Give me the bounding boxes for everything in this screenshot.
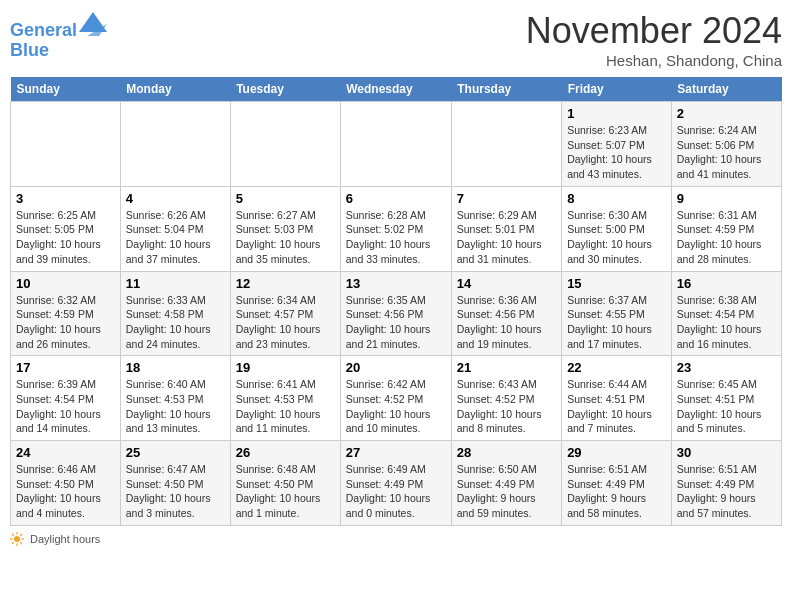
calendar-day-cell: 25Sunrise: 6:47 AM Sunset: 4:50 PM Dayli… (120, 441, 230, 526)
day-info: Sunrise: 6:34 AM Sunset: 4:57 PM Dayligh… (236, 293, 335, 352)
calendar-day-cell: 3Sunrise: 6:25 AM Sunset: 5:05 PM Daylig… (11, 186, 121, 271)
day-info: Sunrise: 6:49 AM Sunset: 4:49 PM Dayligh… (346, 462, 446, 521)
day-number: 15 (567, 276, 666, 291)
day-info: Sunrise: 6:33 AM Sunset: 4:58 PM Dayligh… (126, 293, 225, 352)
calendar-day-cell: 23Sunrise: 6:45 AM Sunset: 4:51 PM Dayli… (671, 356, 781, 441)
day-info: Sunrise: 6:47 AM Sunset: 4:50 PM Dayligh… (126, 462, 225, 521)
day-number: 13 (346, 276, 446, 291)
day-info: Sunrise: 6:48 AM Sunset: 4:50 PM Dayligh… (236, 462, 335, 521)
day-info: Sunrise: 6:30 AM Sunset: 5:00 PM Dayligh… (567, 208, 666, 267)
calendar-day-cell: 8Sunrise: 6:30 AM Sunset: 5:00 PM Daylig… (562, 186, 672, 271)
svg-line-10 (12, 542, 14, 544)
calendar-day-cell: 4Sunrise: 6:26 AM Sunset: 5:04 PM Daylig… (120, 186, 230, 271)
day-number: 21 (457, 360, 556, 375)
header: General Blue November 2024 Heshan, Shand… (10, 10, 782, 69)
day-number: 28 (457, 445, 556, 460)
calendar-week-row: 10Sunrise: 6:32 AM Sunset: 4:59 PM Dayli… (11, 271, 782, 356)
calendar-day-header: Friday (562, 77, 672, 102)
calendar-day-cell: 11Sunrise: 6:33 AM Sunset: 4:58 PM Dayli… (120, 271, 230, 356)
title-area: November 2024 Heshan, Shandong, China (526, 10, 782, 69)
calendar-day-header: Wednesday (340, 77, 451, 102)
calendar-day-cell: 26Sunrise: 6:48 AM Sunset: 4:50 PM Dayli… (230, 441, 340, 526)
calendar-day-header: Sunday (11, 77, 121, 102)
calendar-day-cell: 5Sunrise: 6:27 AM Sunset: 5:03 PM Daylig… (230, 186, 340, 271)
day-number: 6 (346, 191, 446, 206)
calendar-day-cell: 7Sunrise: 6:29 AM Sunset: 5:01 PM Daylig… (451, 186, 561, 271)
day-info: Sunrise: 6:46 AM Sunset: 4:50 PM Dayligh… (16, 462, 115, 521)
day-info: Sunrise: 6:26 AM Sunset: 5:04 PM Dayligh… (126, 208, 225, 267)
calendar-day-cell (451, 102, 561, 187)
calendar-day-cell: 22Sunrise: 6:44 AM Sunset: 4:51 PM Dayli… (562, 356, 672, 441)
calendar-day-cell (120, 102, 230, 187)
calendar-header-row: SundayMondayTuesdayWednesdayThursdayFrid… (11, 77, 782, 102)
calendar-day-cell: 29Sunrise: 6:51 AM Sunset: 4:49 PM Dayli… (562, 441, 672, 526)
day-number: 29 (567, 445, 666, 460)
day-number: 3 (16, 191, 115, 206)
calendar-day-cell: 1Sunrise: 6:23 AM Sunset: 5:07 PM Daylig… (562, 102, 672, 187)
day-number: 10 (16, 276, 115, 291)
day-info: Sunrise: 6:40 AM Sunset: 4:53 PM Dayligh… (126, 377, 225, 436)
day-info: Sunrise: 6:24 AM Sunset: 5:06 PM Dayligh… (677, 123, 776, 182)
svg-point-2 (14, 536, 20, 542)
svg-line-9 (20, 534, 22, 536)
day-number: 17 (16, 360, 115, 375)
calendar-day-cell (340, 102, 451, 187)
calendar-day-header: Tuesday (230, 77, 340, 102)
svg-line-8 (20, 542, 22, 544)
day-info: Sunrise: 6:36 AM Sunset: 4:56 PM Dayligh… (457, 293, 556, 352)
day-number: 18 (126, 360, 225, 375)
day-number: 14 (457, 276, 556, 291)
day-number: 22 (567, 360, 666, 375)
day-number: 24 (16, 445, 115, 460)
day-info: Sunrise: 6:28 AM Sunset: 5:02 PM Dayligh… (346, 208, 446, 267)
day-number: 4 (126, 191, 225, 206)
day-number: 26 (236, 445, 335, 460)
calendar-day-cell: 13Sunrise: 6:35 AM Sunset: 4:56 PM Dayli… (340, 271, 451, 356)
calendar-week-row: 24Sunrise: 6:46 AM Sunset: 4:50 PM Dayli… (11, 441, 782, 526)
day-number: 7 (457, 191, 556, 206)
calendar-day-cell: 2Sunrise: 6:24 AM Sunset: 5:06 PM Daylig… (671, 102, 781, 187)
calendar: SundayMondayTuesdayWednesdayThursdayFrid… (10, 77, 782, 526)
day-number: 19 (236, 360, 335, 375)
day-info: Sunrise: 6:23 AM Sunset: 5:07 PM Dayligh… (567, 123, 666, 182)
calendar-day-cell: 16Sunrise: 6:38 AM Sunset: 4:54 PM Dayli… (671, 271, 781, 356)
calendar-day-header: Thursday (451, 77, 561, 102)
day-number: 2 (677, 106, 776, 121)
day-number: 25 (126, 445, 225, 460)
calendar-day-cell (11, 102, 121, 187)
logo: General Blue (10, 14, 107, 61)
location-subtitle: Heshan, Shandong, China (526, 52, 782, 69)
day-info: Sunrise: 6:35 AM Sunset: 4:56 PM Dayligh… (346, 293, 446, 352)
calendar-day-cell: 14Sunrise: 6:36 AM Sunset: 4:56 PM Dayli… (451, 271, 561, 356)
day-info: Sunrise: 6:38 AM Sunset: 4:54 PM Dayligh… (677, 293, 776, 352)
day-info: Sunrise: 6:44 AM Sunset: 4:51 PM Dayligh… (567, 377, 666, 436)
calendar-day-cell (230, 102, 340, 187)
day-info: Sunrise: 6:25 AM Sunset: 5:05 PM Dayligh… (16, 208, 115, 267)
calendar-day-cell: 27Sunrise: 6:49 AM Sunset: 4:49 PM Dayli… (340, 441, 451, 526)
calendar-week-row: 3Sunrise: 6:25 AM Sunset: 5:05 PM Daylig… (11, 186, 782, 271)
calendar-day-cell: 18Sunrise: 6:40 AM Sunset: 4:53 PM Dayli… (120, 356, 230, 441)
month-title: November 2024 (526, 10, 782, 52)
day-info: Sunrise: 6:43 AM Sunset: 4:52 PM Dayligh… (457, 377, 556, 436)
svg-line-7 (12, 534, 14, 536)
calendar-day-cell: 19Sunrise: 6:41 AM Sunset: 4:53 PM Dayli… (230, 356, 340, 441)
logo-blue: Blue (10, 41, 107, 61)
calendar-day-cell: 6Sunrise: 6:28 AM Sunset: 5:02 PM Daylig… (340, 186, 451, 271)
day-number: 27 (346, 445, 446, 460)
day-number: 1 (567, 106, 666, 121)
calendar-day-cell: 17Sunrise: 6:39 AM Sunset: 4:54 PM Dayli… (11, 356, 121, 441)
day-info: Sunrise: 6:37 AM Sunset: 4:55 PM Dayligh… (567, 293, 666, 352)
day-number: 9 (677, 191, 776, 206)
calendar-day-header: Saturday (671, 77, 781, 102)
calendar-day-cell: 21Sunrise: 6:43 AM Sunset: 4:52 PM Dayli… (451, 356, 561, 441)
calendar-week-row: 1Sunrise: 6:23 AM Sunset: 5:07 PM Daylig… (11, 102, 782, 187)
day-info: Sunrise: 6:32 AM Sunset: 4:59 PM Dayligh… (16, 293, 115, 352)
calendar-day-cell: 12Sunrise: 6:34 AM Sunset: 4:57 PM Dayli… (230, 271, 340, 356)
day-info: Sunrise: 6:51 AM Sunset: 4:49 PM Dayligh… (567, 462, 666, 521)
calendar-day-cell: 24Sunrise: 6:46 AM Sunset: 4:50 PM Dayli… (11, 441, 121, 526)
day-number: 8 (567, 191, 666, 206)
calendar-day-cell: 15Sunrise: 6:37 AM Sunset: 4:55 PM Dayli… (562, 271, 672, 356)
day-number: 23 (677, 360, 776, 375)
day-number: 16 (677, 276, 776, 291)
sun-icon (10, 532, 24, 546)
